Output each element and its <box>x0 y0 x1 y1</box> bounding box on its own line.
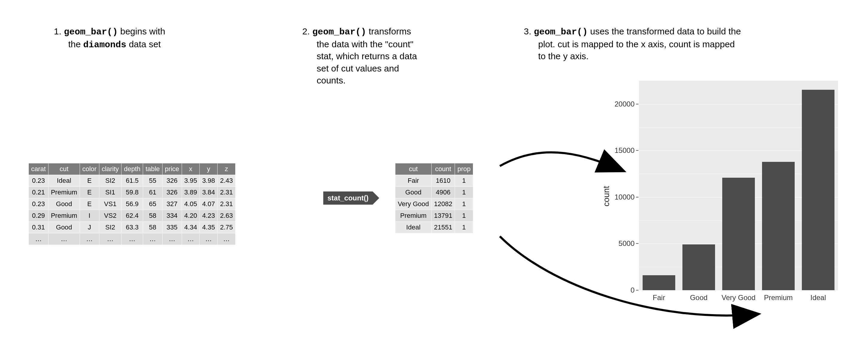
table-row: Ideal215511 <box>395 222 473 233</box>
cell: 3.84 <box>199 187 218 198</box>
table-row: Fair16101 <box>395 175 473 187</box>
cell: 1 <box>455 210 473 222</box>
cell: 326 <box>162 187 182 198</box>
cell: 58 <box>143 222 162 233</box>
table-row: 0.29PremiumIVS262.4583344.204.232.63 <box>29 210 236 222</box>
cell: Good <box>48 198 80 210</box>
step1-line2a: the <box>68 39 83 49</box>
cell: 61 <box>143 187 162 198</box>
cell: SI2 <box>99 222 121 233</box>
cell: 1 <box>455 187 473 198</box>
step3-code: geom_bar() <box>534 27 588 37</box>
col-header: z <box>218 163 236 175</box>
cell: Premium <box>48 187 80 198</box>
table-row: Premium137911 <box>395 210 473 222</box>
cell: Premium <box>395 210 432 222</box>
col-header: cut <box>395 163 432 175</box>
cell: E <box>80 198 99 210</box>
cell: 21551 <box>431 222 455 233</box>
x-tick-label: Good <box>690 294 708 301</box>
cell: 55 <box>143 175 162 187</box>
cell: 56.9 <box>122 198 143 210</box>
cell: … <box>162 233 182 245</box>
cell: 2.43 <box>218 175 236 187</box>
cell: 3.89 <box>182 187 199 198</box>
col-header: color <box>80 163 99 175</box>
cell: VS1 <box>99 198 121 210</box>
cell: 4.35 <box>199 222 218 233</box>
cell: 2.31 <box>218 187 236 198</box>
cell: SI1 <box>99 187 121 198</box>
cell: 0.23 <box>29 175 49 187</box>
bar <box>762 162 795 290</box>
bar <box>682 244 715 290</box>
cell: 4.07 <box>199 198 218 210</box>
cell: 62.4 <box>122 210 143 222</box>
cell: 326 <box>162 175 182 187</box>
col-header: y <box>199 163 218 175</box>
cell: … <box>143 233 162 245</box>
cell: 0.29 <box>29 210 49 222</box>
col-header: x <box>182 163 199 175</box>
table-row: 0.21PremiumESI159.8613263.893.842.31 <box>29 187 236 198</box>
cell: VS2 <box>99 210 121 222</box>
y-tick-label: 10000 <box>612 194 634 201</box>
x-tick-label: Very Good <box>722 294 755 301</box>
cell: 4.23 <box>199 210 218 222</box>
step1-text1: begins with <box>118 26 165 36</box>
stat-count-badge: stat_count() <box>323 192 373 205</box>
cell: 65 <box>143 198 162 210</box>
cell: … <box>29 233 49 245</box>
cell: 61.5 <box>122 175 143 187</box>
step2-line5: counts. <box>302 74 470 87</box>
step2-line4: set of cut values and <box>302 63 470 75</box>
cell: Ideal <box>395 222 432 233</box>
step2-line3: stat, which returns a data <box>302 50 470 63</box>
step1-code2: diamonds <box>83 40 126 50</box>
cell: I <box>80 210 99 222</box>
cell: 4.34 <box>182 222 199 233</box>
cell: 0.31 <box>29 222 49 233</box>
x-tick-label: Ideal <box>810 294 826 301</box>
table-row: 0.23IdealESI261.5553263.953.982.43 <box>29 175 236 187</box>
cell: Good <box>48 222 80 233</box>
cell: … <box>199 233 218 245</box>
step3-text1: uses the transformed data to build the <box>588 26 741 36</box>
col-header: clarity <box>99 163 121 175</box>
cell: 2.63 <box>218 210 236 222</box>
ylabel: count <box>601 186 611 207</box>
step2-num: 2. <box>302 26 310 36</box>
cell: … <box>80 233 99 245</box>
cell: Very Good <box>395 198 432 210</box>
xlabel: cut <box>733 308 744 318</box>
step3-line2: plot. cut is mapped to the x axis, count… <box>524 38 838 51</box>
cell: 63.3 <box>122 222 143 233</box>
bar <box>643 275 675 290</box>
col-header: depth <box>122 163 143 175</box>
cell: 335 <box>162 222 182 233</box>
bar <box>722 178 755 290</box>
cell: … <box>99 233 121 245</box>
bar <box>802 90 835 290</box>
plot-area <box>639 81 838 290</box>
cell: Ideal <box>48 175 80 187</box>
caption-step3: 3. geom_bar() uses the transformed data … <box>524 26 838 63</box>
cell: 2.75 <box>218 222 236 233</box>
count-table: cutcountpropFair16101Good49061Very Good1… <box>395 163 473 233</box>
cell: 0.23 <box>29 198 49 210</box>
x-tick-label: Fair <box>653 294 665 301</box>
y-tick-label: 5000 <box>612 240 634 247</box>
cell: SI2 <box>99 175 121 187</box>
cell: Good <box>395 187 432 198</box>
cell: 12082 <box>431 198 455 210</box>
step3-num: 3. <box>524 26 531 36</box>
table-row: 0.23GoodEVS156.9653274.054.072.31 <box>29 198 236 210</box>
cell: … <box>48 233 80 245</box>
cell: 3.95 <box>182 175 199 187</box>
y-tick-label: 20000 <box>612 100 634 108</box>
bar-chart: count 05000100001500020000 FairGoodVery … <box>599 78 841 317</box>
table-row: 0.31GoodJSI263.3583354.344.352.75 <box>29 222 236 233</box>
cell: 59.8 <box>122 187 143 198</box>
col-header: prop <box>455 163 473 175</box>
cell: E <box>80 175 99 187</box>
